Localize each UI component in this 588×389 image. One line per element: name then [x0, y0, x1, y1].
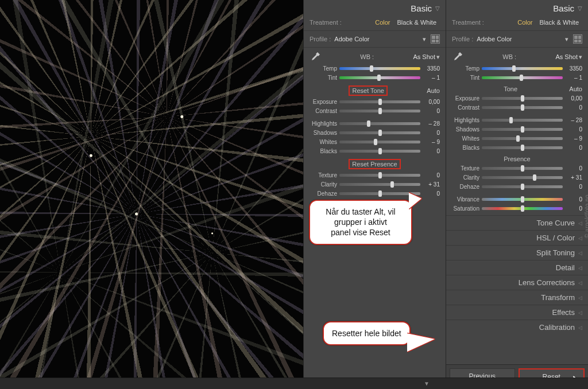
expand-icon: ◁: [578, 250, 582, 256]
tint-slider[interactable]: Tint– 1: [446, 73, 588, 82]
panel-title: Basic: [553, 3, 574, 13]
profile-label: Profile :: [452, 36, 473, 42]
tone-curve-panel[interactable]: Tone Curve◁: [446, 215, 588, 230]
panel-header[interactable]: Basic ▽: [446, 0, 588, 15]
panel-header[interactable]: Basic ▽: [304, 0, 446, 15]
treatment-color[interactable]: Color: [372, 18, 393, 27]
expand-icon: ◁: [578, 295, 582, 301]
basic-panel-right: Basic ▽ Treatment : Color Black & White …: [446, 0, 588, 389]
chevron-down-icon[interactable]: ▾: [423, 36, 426, 43]
chevron-down-icon[interactable]: ▾: [436, 53, 440, 61]
clarity-slider[interactable]: Clarity+ 31: [304, 180, 446, 189]
whites-slider[interactable]: Whites– 9: [446, 134, 588, 143]
highlights-slider[interactable]: Highlights– 28: [304, 119, 446, 128]
auto-button[interactable]: Auto: [569, 85, 582, 92]
wb-label: WB :: [463, 53, 555, 60]
clarity-slider[interactable]: Clarity+ 31: [446, 173, 588, 182]
temp-slider[interactable]: Temp3350: [446, 64, 588, 73]
temp-slider[interactable]: Temp3350: [304, 64, 446, 73]
annotation-callout: Resetter hele bildet: [323, 321, 411, 345]
treatment-bw[interactable]: Black & White: [394, 18, 440, 27]
profile-value[interactable]: Adobe Color: [477, 36, 565, 42]
split-toning-panel[interactable]: Split Toning◁: [446, 245, 588, 260]
hsl-color-panel[interactable]: HSL / Color◁: [446, 230, 588, 245]
wb-value[interactable]: As Shot: [555, 53, 578, 60]
reset-tone-button[interactable]: Reset Tone: [349, 85, 387, 96]
treatment-label: Treatment :: [310, 19, 372, 26]
exposure-slider[interactable]: Exposure0,00: [304, 97, 446, 106]
expand-icon: ◁: [578, 235, 582, 241]
calibration-panel[interactable]: Calibration◁: [446, 320, 588, 334]
eyedropper-icon[interactable]: [310, 51, 321, 63]
dehaze-slider[interactable]: Dehaze0: [446, 182, 588, 191]
chevron-down-icon[interactable]: ▾: [565, 36, 568, 43]
profile-browser-icon[interactable]: [573, 34, 582, 44]
contrast-slider[interactable]: Contrast0: [446, 103, 588, 112]
wb-label: WB :: [321, 53, 413, 60]
panel-title: Basic: [411, 3, 432, 13]
profile-value[interactable]: Adobe Color: [334, 36, 423, 42]
lens-corrections-panel[interactable]: Lens Corrections◁: [446, 275, 588, 290]
treatment-label: Treatment :: [452, 19, 514, 26]
highlights-slider[interactable]: Highlights– 28: [446, 115, 588, 125]
profile-browser-icon[interactable]: [431, 34, 440, 44]
auto-button[interactable]: Auto: [427, 87, 440, 94]
filmstrip-bar: ▼: [0, 378, 588, 389]
contrast-slider[interactable]: Contrast0: [304, 106, 446, 115]
watermark: © arnoldfoto.no: [584, 194, 589, 238]
expand-icon: ◁: [578, 220, 582, 226]
blacks-slider[interactable]: Blacks0: [446, 143, 588, 152]
photo-fireworks: [0, 0, 303, 389]
shadows-slider[interactable]: Shadows0: [446, 125, 588, 134]
exposure-slider[interactable]: Exposure0,00: [446, 94, 588, 103]
collapse-icon: ▽: [578, 5, 582, 11]
image-preview[interactable]: [0, 0, 303, 389]
whites-slider[interactable]: Whites– 9: [304, 137, 446, 146]
tint-slider[interactable]: Tint– 1: [304, 73, 446, 82]
expand-icon: ◁: [578, 310, 582, 316]
annotation-callout: Når du taster Alt, vil grupper i aktivt …: [309, 200, 412, 245]
effects-panel[interactable]: Effects◁: [446, 305, 588, 320]
tone-header[interactable]: Tone: [452, 85, 569, 92]
chevron-down-icon[interactable]: ▾: [579, 53, 582, 61]
saturation-slider[interactable]: Saturation0: [446, 204, 588, 213]
shadows-slider[interactable]: Shadows0: [304, 128, 446, 137]
detail-panel[interactable]: Detail◁: [446, 260, 588, 275]
collapse-icon: ▽: [435, 5, 440, 11]
expand-icon: ◁: [578, 325, 582, 330]
eyedropper-icon[interactable]: [452, 51, 463, 63]
expand-icon: ◁: [578, 265, 582, 271]
treatment-bw[interactable]: Black & White: [536, 18, 582, 27]
texture-slider[interactable]: Texture0: [304, 170, 446, 180]
presence-header[interactable]: Presence: [452, 155, 582, 162]
reset-presence-button[interactable]: Reset Presence: [349, 159, 400, 169]
treatment-color[interactable]: Color: [514, 18, 536, 27]
wb-value[interactable]: As Shot: [413, 53, 435, 60]
blacks-slider[interactable]: Blacks0: [304, 146, 446, 155]
chevron-down-icon[interactable]: ▼: [424, 380, 430, 387]
vibrance-slider[interactable]: Vibrance0: [446, 194, 588, 204]
profile-label: Profile :: [310, 36, 331, 42]
dehaze-slider[interactable]: Dehaze0: [304, 189, 446, 198]
expand-icon: ◁: [578, 280, 582, 286]
texture-slider[interactable]: Texture0: [446, 164, 588, 173]
transform-panel[interactable]: Transform◁: [446, 290, 588, 305]
